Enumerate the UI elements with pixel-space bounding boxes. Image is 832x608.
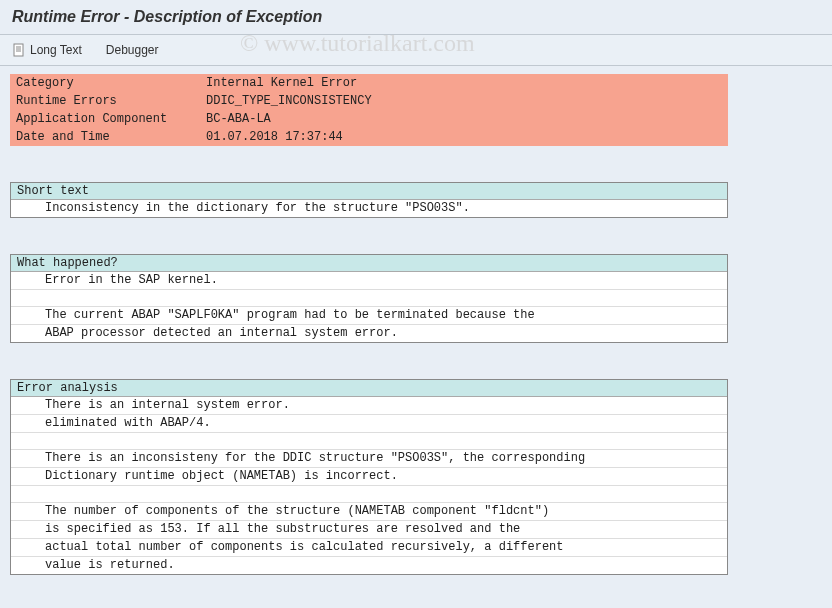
error-header-table: Category Internal Kernel Error Runtime E…	[10, 74, 728, 146]
debugger-button[interactable]: Debugger	[102, 41, 163, 59]
content-area: Category Internal Kernel Error Runtime E…	[0, 66, 832, 583]
section-title: Error analysis	[11, 380, 727, 397]
text-line: ABAP processor detected an internal syst…	[11, 325, 727, 342]
header-value: 01.07.2018 17:37:44	[200, 128, 728, 146]
text-line: Dictionary runtime object (NAMETAB) is i…	[11, 468, 727, 486]
text-line: There is an internal system error.	[11, 397, 727, 415]
header-label: Category	[10, 74, 200, 92]
section-title: Short text	[11, 183, 727, 200]
text-line	[11, 486, 727, 503]
section-short-text: Short text Inconsistency in the dictiona…	[10, 182, 728, 218]
header-row-runtime-errors: Runtime Errors DDIC_TYPE_INCONSISTENCY	[10, 92, 728, 110]
toolbar: Long Text Debugger	[0, 35, 832, 66]
header-label: Date and Time	[10, 128, 200, 146]
text-line: Error in the SAP kernel.	[11, 272, 727, 290]
header-label: Runtime Errors	[10, 92, 200, 110]
text-line: actual total number of components is cal…	[11, 539, 727, 557]
text-line: eliminated with ABAP/4.	[11, 415, 727, 433]
header-row-app-component: Application Component BC-ABA-LA	[10, 110, 728, 128]
text-line: There is an inconsisteny for the DDIC st…	[11, 450, 727, 468]
header-label: Application Component	[10, 110, 200, 128]
svg-rect-0	[14, 44, 23, 56]
text-line	[11, 433, 727, 450]
section-body: There is an internal system error. elimi…	[11, 397, 727, 574]
header-value: BC-ABA-LA	[200, 110, 728, 128]
text-line: Inconsistency in the dictionary for the …	[11, 200, 727, 217]
text-line: The number of components of the structur…	[11, 503, 727, 521]
text-line: The current ABAP "SAPLF0KA" program had …	[11, 307, 727, 325]
section-error-analysis: Error analysis There is an internal syst…	[10, 379, 728, 575]
text-line: value is returned.	[11, 557, 727, 574]
header-row-date-time: Date and Time 01.07.2018 17:37:44	[10, 128, 728, 146]
header-value: DDIC_TYPE_INCONSISTENCY	[200, 92, 728, 110]
section-title: What happened?	[11, 255, 727, 272]
long-text-label: Long Text	[30, 43, 82, 57]
section-body: Error in the SAP kernel. The current ABA…	[11, 272, 727, 342]
document-icon	[12, 43, 26, 57]
section-body: Inconsistency in the dictionary for the …	[11, 200, 727, 217]
header-row-category: Category Internal Kernel Error	[10, 74, 728, 92]
header-value: Internal Kernel Error	[200, 74, 728, 92]
debugger-label: Debugger	[106, 43, 159, 57]
page-title: Runtime Error - Description of Exception	[12, 8, 322, 25]
long-text-button[interactable]: Long Text	[8, 41, 86, 59]
text-line: is specified as 153. If all the substruc…	[11, 521, 727, 539]
title-bar: Runtime Error - Description of Exception	[0, 0, 832, 35]
text-line	[11, 290, 727, 307]
section-what-happened: What happened? Error in the SAP kernel. …	[10, 254, 728, 343]
